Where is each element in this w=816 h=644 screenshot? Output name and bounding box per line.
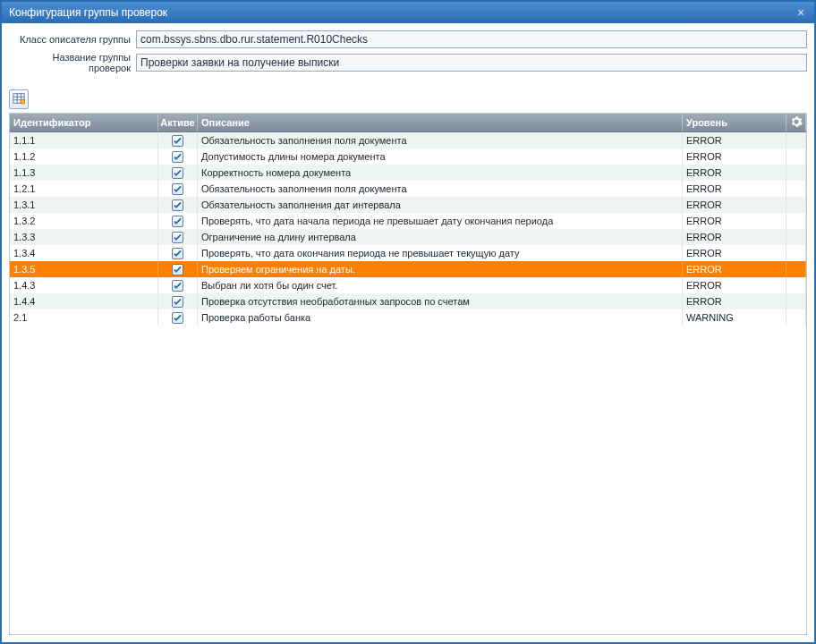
table-row[interactable]: 2.1Проверка работы банкаWARNING — [10, 309, 806, 326]
cell-gear — [786, 213, 806, 229]
cell-active[interactable] — [158, 148, 198, 165]
cell-id: 1.4.3 — [10, 277, 158, 293]
checkbox-icon[interactable] — [172, 199, 183, 211]
content-area: Класс описателя группы com.bssys.sbns.db… — [2, 23, 814, 642]
table-row[interactable]: 1.1.2Допустимость длины номера документа… — [10, 148, 806, 165]
table-row[interactable]: 1.3.3Ограничение на длину интервалаERROR — [10, 229, 806, 245]
table-row[interactable]: 1.3.2Проверять, что дата начала периода … — [10, 213, 806, 229]
cell-level: ERROR — [683, 165, 786, 181]
checkbox-icon[interactable] — [172, 248, 183, 259]
table-icon — [13, 92, 25, 106]
titlebar: Конфигурация группы проверок × — [2, 2, 814, 23]
grid-tool-button[interactable] — [9, 89, 29, 109]
cell-active[interactable] — [158, 277, 198, 293]
header-id[interactable]: Идентификатор — [10, 114, 158, 131]
cell-desc: Проверка работы банка — [198, 309, 683, 326]
header-level[interactable]: Уровень — [683, 114, 786, 131]
cell-gear — [786, 229, 806, 245]
cell-gear — [786, 293, 806, 309]
cell-desc: Обязательность заполнения поля документа — [198, 132, 683, 148]
table-row[interactable]: 1.3.5Проверяем ограничения на даты.ERROR — [10, 261, 806, 277]
grid-body[interactable]: 1.1.1Обязательность заполнения поля доку… — [10, 132, 806, 634]
name-input[interactable]: Проверки заявки на получение выписки — [136, 54, 807, 72]
cell-id: 1.3.3 — [10, 229, 158, 245]
cell-id: 1.1.3 — [10, 165, 158, 181]
checkbox-icon[interactable] — [172, 183, 183, 195]
class-input[interactable]: com.bssys.sbns.dbo.rur.statement.R010Che… — [136, 30, 807, 48]
window-title: Конфигурация группы проверок — [9, 6, 793, 19]
cell-id: 1.1.2 — [10, 148, 158, 165]
cell-id: 1.4.4 — [10, 293, 158, 309]
checkbox-icon[interactable] — [172, 167, 183, 179]
checkbox-icon[interactable] — [172, 280, 183, 292]
cell-gear — [786, 309, 806, 326]
cell-active[interactable] — [158, 261, 198, 277]
gear-icon — [790, 115, 803, 130]
cell-active[interactable] — [158, 197, 198, 213]
name-label: Название группы проверок — [9, 52, 136, 73]
cell-level: ERROR — [683, 229, 786, 245]
cell-desc: Обязательность заполнения поля документа — [198, 181, 683, 197]
checkbox-icon[interactable] — [172, 135, 183, 147]
checkbox-icon[interactable] — [172, 232, 183, 243]
cell-level: ERROR — [683, 197, 786, 213]
cell-gear — [786, 245, 806, 261]
cell-id: 1.3.5 — [10, 261, 158, 277]
cell-desc: Ограничение на длину интервала — [198, 229, 683, 245]
cell-active[interactable] — [158, 165, 198, 181]
svg-point-5 — [21, 99, 25, 104]
table-row[interactable]: 1.1.3Корректность номера документаERROR — [10, 165, 806, 181]
cell-level: ERROR — [683, 132, 786, 148]
cell-id: 1.3.1 — [10, 197, 158, 213]
cell-active[interactable] — [158, 213, 198, 229]
form-row-class: Класс описателя группы com.bssys.sbns.db… — [9, 30, 807, 48]
cell-id: 1.1.1 — [10, 132, 158, 148]
cell-active[interactable] — [158, 181, 198, 197]
table-row[interactable]: 1.4.4Проверка отсутствия необработанных … — [10, 293, 806, 309]
cell-level: ERROR — [683, 261, 786, 277]
cell-desc: Допустимость длины номера документа — [198, 148, 683, 165]
cell-desc: Выбран ли хотя бы один счет. — [198, 277, 683, 293]
checkbox-icon[interactable] — [172, 264, 183, 275]
table-row[interactable]: 1.2.1Обязательность заполнения поля доку… — [10, 181, 806, 197]
cell-active[interactable] — [158, 245, 198, 261]
checkbox-icon[interactable] — [172, 312, 183, 324]
table-row[interactable]: 1.4.3Выбран ли хотя бы один счет.ERROR — [10, 277, 806, 293]
toolbar — [9, 89, 807, 109]
cell-gear — [786, 261, 806, 277]
table-row[interactable]: 1.1.1Обязательность заполнения поля доку… — [10, 132, 806, 148]
cell-active[interactable] — [158, 309, 198, 326]
cell-gear — [786, 148, 806, 165]
form-row-name: Название группы проверок Проверки заявки… — [9, 52, 807, 73]
cell-gear — [786, 181, 806, 197]
cell-level: ERROR — [683, 293, 786, 309]
cell-desc: Проверять, что дата начала периода не пр… — [198, 213, 683, 229]
table-row[interactable]: 1.3.4Проверять, что дата окончания перио… — [10, 245, 806, 261]
cell-id: 1.3.4 — [10, 245, 158, 261]
cell-level: WARNING — [683, 309, 786, 326]
cell-active[interactable] — [158, 229, 198, 245]
cell-id: 1.3.2 — [10, 213, 158, 229]
cell-level: ERROR — [683, 213, 786, 229]
checkbox-icon[interactable] — [172, 216, 183, 227]
cell-desc: Корректность номера документа — [198, 165, 683, 181]
checkbox-icon[interactable] — [172, 151, 183, 163]
header-settings[interactable] — [786, 114, 806, 131]
cell-id: 2.1 — [10, 309, 158, 326]
cell-gear — [786, 277, 806, 293]
checkbox-icon[interactable] — [172, 296, 183, 308]
close-icon[interactable]: × — [793, 5, 809, 20]
cell-level: ERROR — [683, 181, 786, 197]
cell-level: ERROR — [683, 277, 786, 293]
cell-desc: Проверяем ограничения на даты. — [198, 261, 683, 277]
header-desc[interactable]: Описание — [198, 114, 683, 131]
cell-active[interactable] — [158, 132, 198, 148]
class-label: Класс описателя группы — [9, 34, 136, 45]
cell-gear — [786, 197, 806, 213]
cell-id: 1.2.1 — [10, 181, 158, 197]
cell-active[interactable] — [158, 293, 198, 309]
header-active[interactable]: Активе — [158, 114, 198, 131]
table-row[interactable]: 1.3.1Обязательность заполнения дат интер… — [10, 197, 806, 213]
dialog-window: Конфигурация группы проверок × Класс опи… — [0, 0, 816, 644]
cell-desc: Проверка отсутствия необработанных запро… — [198, 293, 683, 309]
